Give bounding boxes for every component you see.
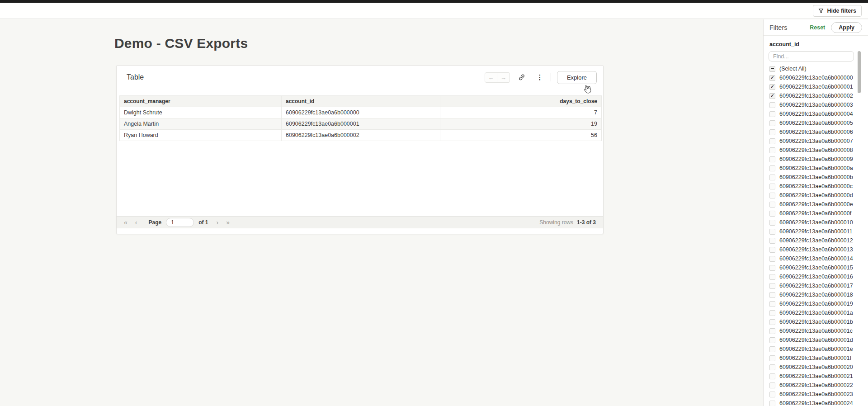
unchecked-checkbox-icon[interactable] <box>769 247 775 253</box>
filter-option[interactable]: 60906229fc13ae0a6b000017 <box>764 281 868 290</box>
filter-option[interactable]: 60906229fc13ae0a6b000012 <box>764 236 868 245</box>
unchecked-checkbox-icon[interactable] <box>769 147 775 153</box>
filter-option[interactable]: 60906229fc13ae0a6b000013 <box>764 245 868 254</box>
filter-option[interactable]: 60906229fc13ae0a6b000022 <box>764 381 868 390</box>
filter-option[interactable]: 60906229fc13ae0a6b00000d <box>764 191 868 200</box>
unchecked-checkbox-icon[interactable] <box>769 292 775 298</box>
unchecked-checkbox-icon[interactable] <box>769 102 775 108</box>
column-header-days-to-close[interactable]: days_to_close <box>440 96 602 107</box>
unchecked-checkbox-icon[interactable] <box>769 211 775 217</box>
filter-option[interactable]: 60906229fc13ae0a6b000010 <box>764 218 868 227</box>
filter-option-label: 60906229fc13ae0a6b000019 <box>779 301 853 307</box>
unchecked-checkbox-icon[interactable] <box>769 355 775 361</box>
filter-option[interactable]: ✓60906229fc13ae0a6b000000 <box>764 73 868 82</box>
filter-option[interactable]: 60906229fc13ae0a6b000023 <box>764 390 868 399</box>
filter-option[interactable]: 60906229fc13ae0a6b000008 <box>764 146 868 155</box>
filter-option[interactable]: 60906229fc13ae0a6b00000b <box>764 173 868 182</box>
filter-option[interactable]: 60906229fc13ae0a6b000018 <box>764 290 868 299</box>
unchecked-checkbox-icon[interactable] <box>769 283 775 289</box>
unchecked-checkbox-icon[interactable] <box>769 319 775 325</box>
checked-checkbox-icon[interactable]: ✓ <box>769 84 775 90</box>
checked-checkbox-icon[interactable]: ✓ <box>769 93 775 99</box>
unchecked-checkbox-icon[interactable] <box>769 256 775 262</box>
unchecked-checkbox-icon[interactable] <box>769 111 775 117</box>
checked-checkbox-icon[interactable]: ✓ <box>769 75 775 81</box>
unchecked-checkbox-icon[interactable] <box>769 382 775 388</box>
indeterminate-checkbox-icon[interactable] <box>769 66 775 72</box>
filter-option[interactable]: 60906229fc13ae0a6b00001a <box>764 308 868 317</box>
filter-option[interactable]: 60906229fc13ae0a6b000024 <box>764 399 868 406</box>
filter-option[interactable]: 60906229fc13ae0a6b000007 <box>764 137 868 146</box>
forward-arrow-button[interactable]: → <box>497 72 510 83</box>
filter-option[interactable]: 60906229fc13ae0a6b000015 <box>764 263 868 272</box>
apply-button[interactable]: Apply <box>831 22 862 33</box>
filter-option[interactable]: 60906229fc13ae0a6b000021 <box>764 372 868 381</box>
filter-option-label: 60906229fc13ae0a6b00001c <box>779 328 853 334</box>
unchecked-checkbox-icon[interactable] <box>769 156 775 162</box>
filter-option[interactable]: 60906229fc13ae0a6b000004 <box>764 109 868 118</box>
next-page-button[interactable]: › <box>217 219 219 226</box>
unchecked-checkbox-icon[interactable] <box>769 165 775 171</box>
filter-option[interactable]: 60906229fc13ae0a6b000014 <box>764 254 868 263</box>
unchecked-checkbox-icon[interactable] <box>769 193 775 198</box>
filter-option-label: 60906229fc13ae0a6b000020 <box>779 364 853 370</box>
page-number-input[interactable] <box>166 218 194 227</box>
unchecked-checkbox-icon[interactable] <box>769 373 775 379</box>
filter-option[interactable]: 60906229fc13ae0a6b000006 <box>764 127 868 137</box>
filter-option[interactable]: 60906229fc13ae0a6b000011 <box>764 227 868 236</box>
filter-option[interactable]: 60906229fc13ae0a6b00000a <box>764 164 868 173</box>
filter-option[interactable]: 60906229fc13ae0a6b00001e <box>764 345 868 354</box>
filter-option[interactable]: 60906229fc13ae0a6b00001c <box>764 326 868 335</box>
filter-option-label: 60906229fc13ae0a6b000018 <box>779 292 853 298</box>
unchecked-checkbox-icon[interactable] <box>769 346 775 352</box>
filter-select-all[interactable]: (Select All) <box>764 64 868 73</box>
unchecked-checkbox-icon[interactable] <box>769 120 775 126</box>
unchecked-checkbox-icon[interactable] <box>769 401 775 406</box>
filter-option[interactable]: 60906229fc13ae0a6b000003 <box>764 100 868 109</box>
filter-option[interactable]: 60906229fc13ae0a6b00001b <box>764 317 868 326</box>
unchecked-checkbox-icon[interactable] <box>769 238 775 244</box>
filter-option[interactable]: 60906229fc13ae0a6b00000f <box>764 209 868 218</box>
explore-button[interactable]: Explore <box>557 71 597 84</box>
sidebar-scrollbar-thumb[interactable] <box>858 51 861 93</box>
last-page-button[interactable]: » <box>226 219 230 226</box>
table-cell: 7 <box>440 107 602 118</box>
unchecked-checkbox-icon[interactable] <box>769 328 775 334</box>
filter-option[interactable]: 60906229fc13ae0a6b00001f <box>764 354 868 363</box>
hide-filters-button[interactable]: Hide filters <box>813 5 862 17</box>
filter-search-input[interactable] <box>769 51 854 61</box>
filter-option[interactable]: 60906229fc13ae0a6b000019 <box>764 299 868 308</box>
unchecked-checkbox-icon[interactable] <box>769 301 775 307</box>
column-header-account-manager[interactable]: account_manager <box>120 96 282 107</box>
filter-option[interactable]: 60906229fc13ae0a6b000005 <box>764 118 868 127</box>
filter-option[interactable]: 60906229fc13ae0a6b00000e <box>764 200 868 209</box>
filter-option[interactable]: 60906229fc13ae0a6b00001d <box>764 335 868 345</box>
unchecked-checkbox-icon[interactable] <box>769 337 775 343</box>
prev-page-button[interactable]: ‹ <box>135 219 137 226</box>
back-arrow-button[interactable]: ← <box>485 72 497 83</box>
unchecked-checkbox-icon[interactable] <box>769 392 775 397</box>
filter-option[interactable]: 60906229fc13ae0a6b000016 <box>764 272 868 281</box>
filter-option[interactable]: 60906229fc13ae0a6b000009 <box>764 155 868 164</box>
unchecked-checkbox-icon[interactable] <box>769 184 775 189</box>
filter-option[interactable]: 60906229fc13ae0a6b000020 <box>764 363 868 372</box>
unchecked-checkbox-icon[interactable] <box>769 229 775 235</box>
unchecked-checkbox-icon[interactable] <box>769 274 775 280</box>
unchecked-checkbox-icon[interactable] <box>769 310 775 316</box>
unchecked-checkbox-icon[interactable] <box>769 265 775 271</box>
link-button[interactable] <box>515 72 528 83</box>
filter-option[interactable]: ✓60906229fc13ae0a6b000002 <box>764 91 868 100</box>
unchecked-checkbox-icon[interactable] <box>769 220 775 226</box>
unchecked-checkbox-icon[interactable] <box>769 202 775 208</box>
filter-option[interactable]: 60906229fc13ae0a6b00000c <box>764 182 868 191</box>
unchecked-checkbox-icon[interactable] <box>769 364 775 370</box>
reset-button[interactable]: Reset <box>810 24 825 31</box>
filter-option[interactable]: ✓60906229fc13ae0a6b000001 <box>764 82 868 91</box>
unchecked-checkbox-icon[interactable] <box>769 138 775 144</box>
unchecked-checkbox-icon[interactable] <box>769 175 775 180</box>
unchecked-checkbox-icon[interactable] <box>769 129 775 135</box>
column-header-account-id[interactable]: account_id <box>282 96 440 107</box>
kebab-menu-button[interactable]: ⋮ <box>533 72 546 83</box>
filter-option-label: 60906229fc13ae0a6b000023 <box>779 391 853 397</box>
first-page-button[interactable]: « <box>124 219 127 226</box>
